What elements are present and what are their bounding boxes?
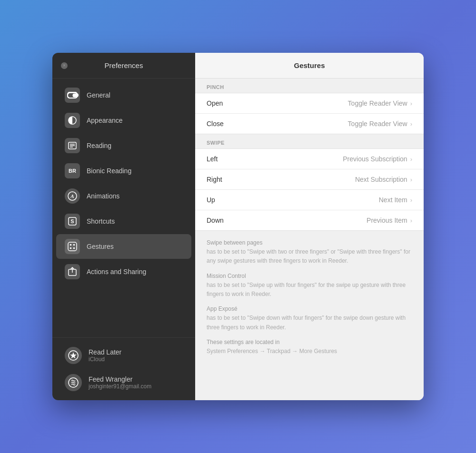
main-content: Gestures PINCH Open Toggle Reader View ›… [195, 53, 424, 400]
gestures-svg [68, 242, 77, 251]
info-mission-title: Mission Control [207, 273, 246, 279]
read-later-name: Read Later [89, 348, 121, 356]
close-value-text: Toggle Reader View [348, 120, 407, 128]
reading-svg [68, 142, 77, 149]
svg-point-12 [70, 244, 72, 246]
nav-item-gestures[interactable]: Gestures [56, 234, 191, 259]
nav-item-shortcuts[interactable]: S Shortcuts [56, 209, 191, 234]
sidebar-nav: General Appearance [52, 79, 195, 337]
actions-icon [65, 264, 80, 279]
nav-label-animations: Animations [87, 192, 119, 200]
toggle-svg [67, 92, 78, 98]
sidebar-title: Preferences [74, 61, 173, 69]
feed-wrangler-info: Feed Wrangler joshginter91@gmail.com [89, 375, 151, 390]
info-block-location: These settings are located in System Pre… [207, 338, 412, 356]
account-item-read-later[interactable]: Read Later iCloud [56, 342, 191, 369]
nav-item-animations[interactable]: A Animations [56, 184, 191, 208]
pinch-section-header: PINCH [195, 79, 424, 93]
read-later-info: Read Later iCloud [89, 348, 121, 363]
nav-item-bionic[interactable]: BR Bionic Reading [56, 158, 191, 183]
preferences-window: × Preferences General [52, 53, 424, 400]
swipe-section-header: SWIPE [195, 134, 424, 148]
pinch-rows-group: Open Toggle Reader View › Close Toggle R… [195, 93, 424, 134]
svg-point-1 [73, 93, 77, 97]
close-chevron-icon: › [410, 120, 412, 128]
open-value: Toggle Reader View › [348, 99, 412, 107]
nav-label-general: General [87, 91, 110, 99]
left-value: Previous Subscription › [343, 155, 412, 163]
down-label: Down [207, 217, 224, 224]
feed-wrangler-sub: joshginter91@gmail.com [89, 383, 151, 390]
feed-wrangler-icon [65, 374, 82, 391]
up-value: Next Item › [379, 196, 412, 204]
nav-label-reading: Reading [87, 142, 111, 149]
read-later-icon [65, 347, 82, 364]
sidebar-header: × Preferences [52, 53, 195, 79]
setting-row-up[interactable]: Up Next Item › [195, 190, 424, 210]
nav-item-appearance[interactable]: Appearance [56, 108, 191, 133]
info-block-swipe-between: Swipe between pages has to be set to "Sw… [207, 238, 412, 266]
right-label: Right [207, 176, 222, 183]
info-section: Swipe between pages has to be set to "Sw… [195, 231, 424, 369]
svg-marker-19 [70, 352, 77, 359]
down-value: Previous Item › [367, 217, 412, 224]
svg-rect-0 [68, 93, 77, 98]
info-block-app-expose: App Exposé has to be set to "Swipe down … [207, 305, 412, 332]
setting-row-down[interactable]: Down Previous Item › [195, 210, 424, 230]
close-button[interactable]: × [61, 62, 68, 69]
close-value: Toggle Reader View › [348, 120, 412, 128]
star-svg [68, 350, 79, 361]
shortcuts-svg: S [68, 217, 77, 226]
nav-label-bionic: Bionic Reading [87, 167, 131, 175]
right-value-text: Next Subscription [355, 176, 407, 183]
appearance-svg [68, 116, 77, 125]
down-value-text: Previous Item [367, 217, 407, 224]
right-value: Next Subscription › [355, 176, 412, 183]
info-swipe-text: has to be set to "Swipe with two or thre… [207, 248, 410, 264]
svg-rect-11 [68, 242, 77, 251]
feed-wrangler-name: Feed Wrangler [89, 375, 151, 383]
info-mission-text: has to be set to "Swipe up with four fin… [207, 282, 406, 297]
main-header: Gestures [195, 53, 424, 79]
bionic-icon: BR [65, 163, 80, 178]
nav-label-gestures: Gestures [87, 243, 114, 250]
left-chevron-icon: › [410, 156, 412, 163]
left-label: Left [207, 155, 218, 163]
svg-point-15 [73, 247, 75, 249]
svg-point-13 [73, 244, 75, 246]
svg-text:A: A [70, 193, 74, 199]
content-body: PINCH Open Toggle Reader View › Close To… [195, 79, 424, 400]
info-expose-text: has to be set to "Swipe down with four f… [207, 315, 406, 330]
nav-label-actions: Actions and Sharing [87, 268, 146, 276]
up-value-text: Next Item [379, 196, 407, 204]
down-chevron-icon: › [410, 217, 412, 224]
left-value-text: Previous Subscription [343, 155, 407, 163]
read-later-sub: iCloud [89, 356, 121, 363]
info-expose-title: App Exposé [207, 305, 238, 312]
setting-row-right[interactable]: Right Next Subscription › [195, 169, 424, 190]
setting-row-open[interactable]: Open Toggle Reader View › [195, 93, 424, 114]
account-item-feed-wrangler[interactable]: Feed Wrangler joshginter91@gmail.com [56, 369, 191, 396]
nav-item-reading[interactable]: Reading [56, 133, 191, 158]
shortcuts-icon: S [65, 214, 80, 229]
svg-point-14 [70, 247, 72, 249]
open-chevron-icon: › [410, 100, 412, 107]
close-label: Close [207, 120, 224, 128]
general-icon [65, 88, 80, 103]
bionic-icon-text: BR [69, 168, 76, 174]
gestures-icon [65, 239, 80, 254]
nav-label-shortcuts: Shortcuts [87, 217, 115, 225]
reading-icon [65, 138, 80, 153]
right-chevron-icon: › [410, 176, 412, 183]
info-block-mission-control: Mission Control has to be set to "Swipe … [207, 272, 412, 299]
setting-row-close[interactable]: Close Toggle Reader View › [195, 114, 424, 134]
animations-icon: A [65, 188, 80, 204]
setting-row-left[interactable]: Left Previous Subscription › [195, 149, 424, 169]
nav-item-actions[interactable]: Actions and Sharing [56, 259, 191, 284]
nav-item-general[interactable]: General [56, 83, 191, 108]
up-chevron-icon: › [410, 197, 412, 204]
open-value-text: Toggle Reader View [348, 99, 407, 107]
svg-text:S: S [70, 218, 74, 224]
info-swipe-title: Swipe between pages [207, 239, 262, 246]
nav-label-appearance: Appearance [87, 117, 123, 124]
